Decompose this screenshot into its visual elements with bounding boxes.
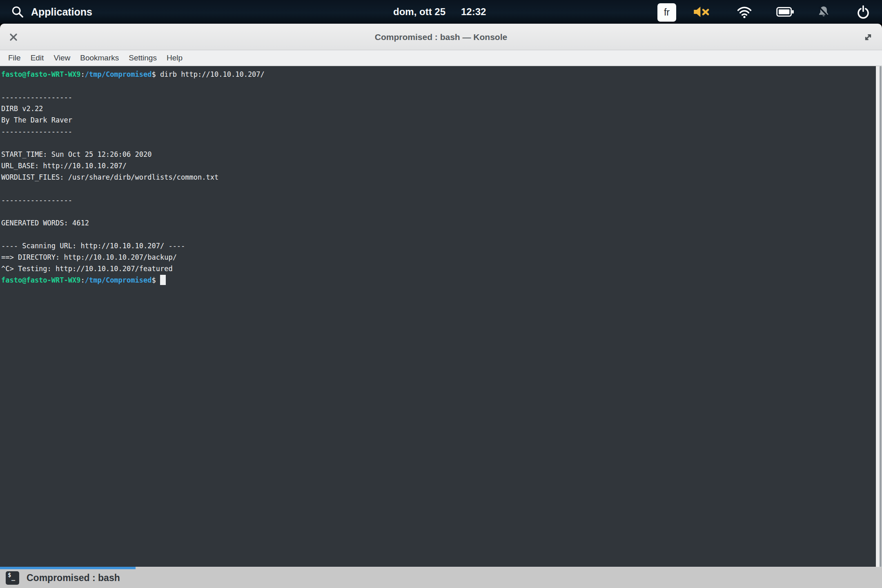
- clock-widget[interactable]: dom, ott 25 12:32: [393, 0, 486, 24]
- power-icon[interactable]: [855, 0, 871, 24]
- terminal-line: -----------------: [1, 91, 882, 103]
- terminal-line: fasto@fasto-WRT-WX9:/tmp/Compromised$: [1, 274, 882, 286]
- terminal-line: By The Dark Raver: [1, 114, 882, 126]
- panel-time: 12:32: [461, 6, 486, 18]
- konsole-window: Compromised : bash — Konsole File Edit V…: [0, 24, 882, 588]
- terminal-line: DIRB v2.22: [1, 103, 882, 114]
- terminal-line: WORDLIST_FILES: /usr/share/dirb/wordlist…: [1, 172, 882, 183]
- battery-icon[interactable]: [776, 0, 795, 24]
- terminal-line: fasto@fasto-WRT-WX9:/tmp/Compromised$ di…: [1, 69, 882, 80]
- menu-settings[interactable]: Settings: [124, 53, 162, 62]
- wifi-icon[interactable]: [736, 0, 753, 24]
- terminal-tab-icon: $_: [6, 571, 19, 585]
- maximize-icon: [862, 31, 874, 43]
- applications-label: Applications: [31, 6, 92, 18]
- applications-menu-button[interactable]: Applications: [11, 0, 92, 24]
- tab-compromised-bash[interactable]: $_ Compromised : bash: [0, 567, 136, 588]
- keyboard-layout-indicator[interactable]: fr: [657, 0, 676, 24]
- keyboard-layout-label: fr: [657, 3, 676, 22]
- terminal-line: ^C> Testing: http://10.10.10.207/feature…: [1, 263, 882, 274]
- tab-label: Compromised : bash: [27, 572, 120, 584]
- menu-file[interactable]: File: [3, 53, 26, 62]
- terminal-cursor: [160, 275, 166, 285]
- terminal-line: START_TIME: Sun Oct 25 12:26:06 2020: [1, 149, 882, 160]
- close-icon: [9, 33, 18, 42]
- terminal-line: ==> DIRECTORY: http://10.10.10.207/backu…: [1, 252, 882, 263]
- terminal-line: ---- Scanning URL: http://10.10.10.207/ …: [1, 240, 882, 252]
- panel-date: dom, ott 25: [393, 6, 445, 18]
- terminal-line: [1, 137, 882, 149]
- scrollbar-thumb[interactable]: [880, 66, 882, 569]
- menubar: File Edit View Bookmarks Settings Help: [0, 50, 882, 66]
- terminal-line: URL_BASE: http://10.10.10.207/: [1, 160, 882, 172]
- search-icon: [11, 5, 24, 19]
- terminal-line: [1, 229, 882, 240]
- volume-muted-icon[interactable]: [692, 0, 710, 24]
- menu-help[interactable]: Help: [162, 53, 187, 62]
- terminal-scrollbar[interactable]: [876, 66, 882, 569]
- close-button[interactable]: [7, 30, 20, 44]
- terminal-line: [1, 206, 882, 217]
- window-title: Compromised : bash — Konsole: [0, 24, 882, 50]
- maximize-button[interactable]: [861, 30, 875, 44]
- menu-bookmarks[interactable]: Bookmarks: [75, 53, 124, 62]
- terminal-line: -----------------: [1, 194, 882, 206]
- terminal-output[interactable]: fasto@fasto-WRT-WX9:/tmp/Compromised$ di…: [0, 66, 882, 569]
- top-panel: Applications dom, ott 25 12:32 fr: [0, 0, 882, 24]
- terminal-line: [1, 80, 882, 91]
- terminal-line: GENERATED WORDS: 4612: [1, 217, 882, 229]
- terminal-line: -----------------: [1, 126, 882, 137]
- notifications-muted-icon[interactable]: [816, 0, 831, 24]
- menu-edit[interactable]: Edit: [26, 53, 49, 62]
- menu-view[interactable]: View: [49, 53, 75, 62]
- titlebar[interactable]: Compromised : bash — Konsole: [0, 24, 882, 50]
- tabbar: $_ Compromised : bash: [0, 567, 882, 588]
- terminal-line: [1, 183, 882, 194]
